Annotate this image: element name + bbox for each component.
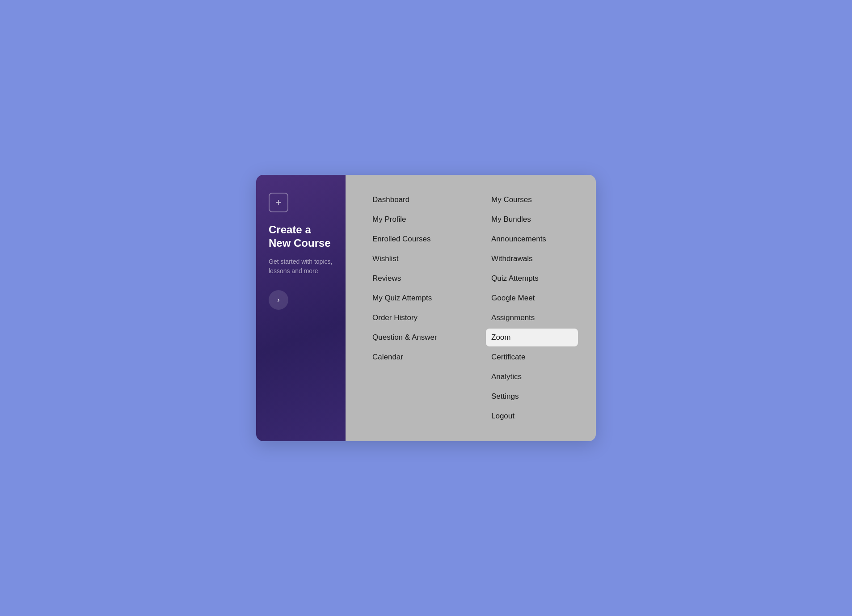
menu-item-analytics[interactable]: Analytics	[486, 368, 578, 386]
modal-container: + Create aNew Course Get started with to…	[256, 175, 596, 441]
menu-item-my-profile[interactable]: My Profile	[367, 211, 459, 228]
menu-item-assignments[interactable]: Assignments	[486, 309, 578, 327]
menu-item-settings[interactable]: Settings	[486, 388, 578, 405]
right-menu-column: My CoursesMy BundlesAnnouncementsWithdra…	[486, 191, 578, 425]
left-menu-column: DashboardMy ProfileEnrolled CoursesWishl…	[367, 191, 459, 425]
plus-icon: +	[276, 198, 282, 207]
menu-item-wishlist[interactable]: Wishlist	[367, 250, 459, 268]
menu-item-google-meet[interactable]: Google Meet	[486, 289, 578, 307]
menu-item-certificate[interactable]: Certificate	[486, 348, 578, 366]
menu-item-dashboard[interactable]: Dashboard	[367, 191, 459, 209]
right-panel: DashboardMy ProfileEnrolled CoursesWishl…	[346, 175, 596, 441]
menu-item-question-and-answer[interactable]: Question & Answer	[367, 329, 459, 346]
arrow-button[interactable]: ›	[269, 290, 288, 310]
menu-item-my-quiz-attempts[interactable]: My Quiz Attempts	[367, 289, 459, 307]
menu-item-my-bundles[interactable]: My Bundles	[486, 211, 578, 228]
menu-item-reviews[interactable]: Reviews	[367, 270, 459, 287]
arrow-icon: ›	[277, 296, 279, 304]
menu-item-my-courses[interactable]: My Courses	[486, 191, 578, 209]
menu-item-quiz-attempts[interactable]: Quiz Attempts	[486, 270, 578, 287]
left-content: Create aNew Course Get started with topi…	[269, 223, 333, 276]
menu-item-logout[interactable]: Logout	[486, 407, 578, 425]
left-panel: + Create aNew Course Get started with to…	[256, 175, 346, 441]
create-title: Create aNew Course	[269, 223, 333, 250]
menu-item-announcements[interactable]: Announcements	[486, 230, 578, 248]
menu-item-zoom[interactable]: Zoom	[486, 329, 578, 346]
plus-icon-container[interactable]: +	[269, 193, 288, 212]
create-subtitle: Get started with topics,lessons and more	[269, 257, 333, 276]
menu-item-withdrawals[interactable]: Withdrawals	[486, 250, 578, 268]
menu-item-enrolled-courses[interactable]: Enrolled Courses	[367, 230, 459, 248]
menu-item-calendar[interactable]: Calendar	[367, 348, 459, 366]
menu-item-order-history[interactable]: Order History	[367, 309, 459, 327]
